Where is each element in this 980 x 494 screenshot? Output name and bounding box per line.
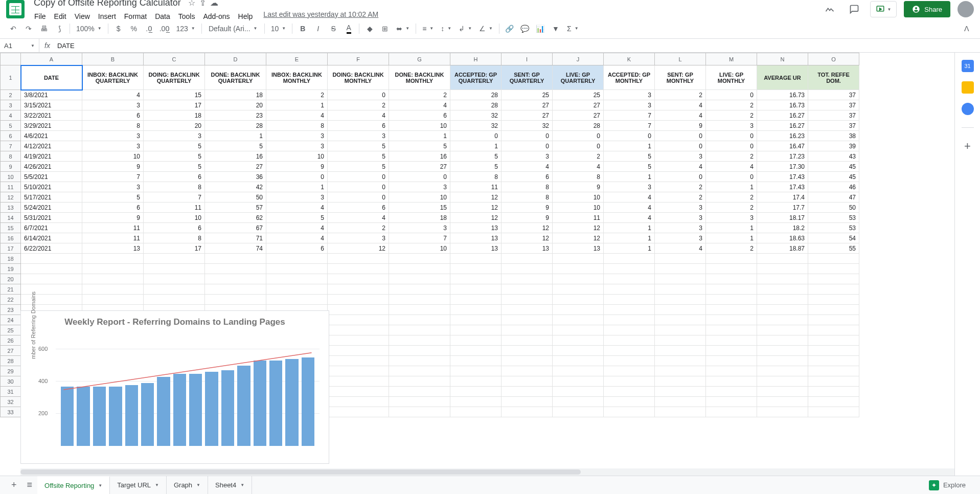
cell[interactable] <box>604 335 655 346</box>
sheet-area[interactable]: ABCDEFGHIJKLMNO1DATEINBOX: BACKLINK QUAR… <box>0 53 954 476</box>
cell[interactable] <box>604 295 655 305</box>
cell[interactable] <box>757 254 808 264</box>
cell[interactable]: 12 <box>450 213 502 223</box>
cell[interactable] <box>655 346 706 356</box>
cell[interactable] <box>757 387 808 397</box>
cell[interactable] <box>706 346 757 356</box>
col-header-L[interactable]: L <box>655 53 706 65</box>
cell[interactable] <box>553 315 604 325</box>
cell[interactable] <box>82 274 144 284</box>
cell[interactable]: 5 <box>604 151 655 162</box>
cell[interactable] <box>757 284 808 295</box>
cell[interactable] <box>757 335 808 346</box>
cell[interactable]: 8 <box>82 121 144 131</box>
cell[interactable]: 18 <box>144 110 205 121</box>
cell[interactable]: 27 <box>553 100 604 110</box>
valign-button[interactable]: ↕▼ <box>438 21 454 36</box>
cell[interactable]: 20 <box>205 100 266 110</box>
cell[interactable] <box>655 284 706 295</box>
cell[interactable]: 6 <box>144 223 205 233</box>
activity-icon[interactable] <box>821 1 838 18</box>
cell[interactable] <box>757 366 808 376</box>
cell[interactable] <box>655 325 706 335</box>
cell[interactable] <box>450 305 502 315</box>
menu-edit[interactable]: Edit <box>51 10 70 23</box>
cell[interactable] <box>757 305 808 315</box>
cell[interactable]: 5/5/2021 <box>21 172 82 182</box>
cell[interactable]: 4/12/2021 <box>21 141 82 151</box>
cell[interactable] <box>808 315 859 325</box>
cell[interactable] <box>604 284 655 295</box>
formula-input[interactable]: DATE <box>55 40 980 52</box>
cell[interactable] <box>328 264 389 274</box>
merge-button[interactable]: ⬌▼ <box>393 21 413 36</box>
cell[interactable] <box>604 315 655 325</box>
cell[interactable] <box>502 305 553 315</box>
cell[interactable] <box>502 274 553 284</box>
cell[interactable]: 7 <box>604 110 655 121</box>
row-header[interactable]: 8 <box>1 151 21 162</box>
cell[interactable]: 2 <box>328 100 389 110</box>
menu-add-ons[interactable]: Add-ons <box>199 10 233 23</box>
header-cell[interactable]: DATE <box>21 65 82 90</box>
cell[interactable] <box>328 397 389 407</box>
cell[interactable]: 28 <box>205 121 266 131</box>
cell[interactable] <box>450 407 502 417</box>
cell[interactable]: 1 <box>706 182 757 192</box>
italic-button[interactable]: I <box>311 21 325 36</box>
cell[interactable]: 16.47 <box>757 141 808 151</box>
cell[interactable]: 0 <box>328 172 389 182</box>
cell[interactable]: 8 <box>144 182 205 192</box>
cell[interactable] <box>706 264 757 274</box>
wrap-button[interactable]: ↲▼ <box>455 21 475 36</box>
cell[interactable]: 5 <box>328 162 389 172</box>
cell[interactable]: 2 <box>706 203 757 213</box>
account-avatar[interactable] <box>958 1 974 17</box>
cell[interactable]: 3 <box>82 100 144 110</box>
cell[interactable]: 1 <box>604 223 655 233</box>
cell[interactable] <box>450 397 502 407</box>
cell[interactable] <box>328 295 389 305</box>
cell[interactable]: 3 <box>389 182 450 192</box>
header-cell[interactable]: LIVE: GP MONTHLY <box>706 65 757 90</box>
cell[interactable]: 6 <box>328 203 389 213</box>
cell[interactable] <box>205 264 266 274</box>
zoom-dropdown[interactable]: 100%▼ <box>73 21 105 36</box>
cell[interactable] <box>21 254 82 264</box>
keep-icon[interactable] <box>962 81 974 94</box>
cell[interactable]: 3 <box>266 141 328 151</box>
header-cell[interactable]: INBOX: BACKLINK MONTHLY <box>266 65 328 90</box>
cell[interactable]: 10 <box>553 203 604 213</box>
cell[interactable] <box>205 254 266 264</box>
cell[interactable] <box>553 274 604 284</box>
row-header[interactable]: 24 <box>1 315 21 325</box>
cell[interactable]: 10 <box>389 192 450 203</box>
cell[interactable]: 57 <box>205 203 266 213</box>
last-edit-link[interactable]: Last edit was yesterday at 10:02 AM <box>263 10 378 23</box>
cell[interactable]: 0 <box>706 172 757 182</box>
cell[interactable] <box>655 397 706 407</box>
cell[interactable]: 3/8/2021 <box>21 90 82 100</box>
cell[interactable]: 3 <box>266 192 328 203</box>
cell[interactable]: 27 <box>389 162 450 172</box>
cell[interactable] <box>808 346 859 356</box>
cell[interactable]: 17 <box>144 100 205 110</box>
cell[interactable] <box>266 274 328 284</box>
cell[interactable]: 7 <box>82 172 144 182</box>
cell[interactable]: 0 <box>655 172 706 182</box>
cell[interactable]: 4 <box>266 233 328 243</box>
cell[interactable]: 5 <box>266 213 328 223</box>
cell[interactable]: 1 <box>706 233 757 243</box>
cell[interactable] <box>604 254 655 264</box>
cell[interactable] <box>82 284 144 295</box>
cell[interactable]: 6 <box>502 172 553 182</box>
cell[interactable]: 6/7/2021 <box>21 223 82 233</box>
cell[interactable] <box>450 366 502 376</box>
cell[interactable]: 3 <box>655 151 706 162</box>
cell[interactable]: 0 <box>328 192 389 203</box>
font-size-dropdown[interactable]: 10▼ <box>268 21 289 36</box>
cell[interactable]: 32 <box>450 110 502 121</box>
functions-button[interactable]: Σ▼ <box>564 21 582 36</box>
cell[interactable] <box>553 264 604 274</box>
cell[interactable] <box>82 295 144 305</box>
